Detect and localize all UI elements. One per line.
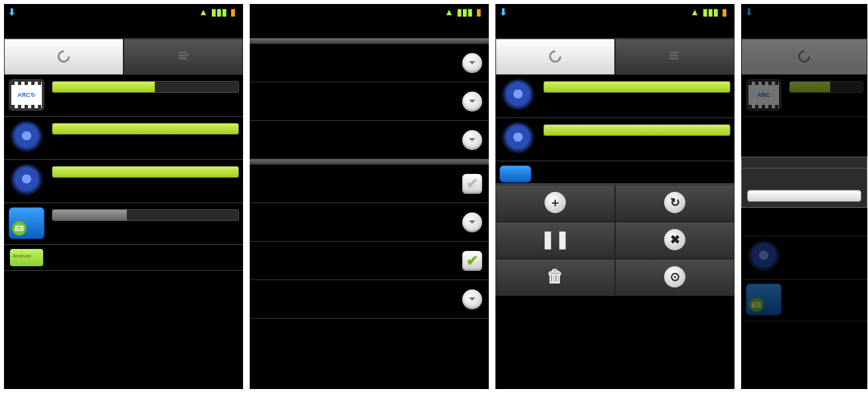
battery-icon: ▮ <box>476 7 481 17</box>
tab-queue[interactable] <box>495 39 615 75</box>
dialog-message <box>742 169 867 185</box>
app-title <box>495 20 735 39</box>
download-item[interactable] <box>4 117 243 160</box>
progress-bar <box>52 81 239 93</box>
audio-file-icon <box>10 164 43 197</box>
progress-text <box>544 125 730 135</box>
download-item-partial <box>495 161 735 184</box>
setting-download-mode[interactable] <box>250 203 489 242</box>
setting-max-connections[interactable] <box>250 82 489 121</box>
menu-pause-all[interactable]: ❚❚ <box>495 222 615 259</box>
dropdown-icon[interactable] <box>462 53 482 73</box>
screenshot-1-queue: ⬇ ▲ ▮▮▮ ▮ ARC↻ <box>4 4 243 389</box>
download-item[interactable] <box>4 160 243 203</box>
status-bar: ⬇ ▲ ▮▮▮ ▮ <box>495 4 735 20</box>
menu-remove-all[interactable]: 🗑 <box>495 259 615 296</box>
battery-icon: ▮ <box>722 7 727 17</box>
download-item[interactable] <box>495 118 735 161</box>
signal-icon: ▮▮▮ <box>457 7 473 17</box>
tab-bar <box>4 39 243 75</box>
download-item[interactable]: ARC↻ <box>4 75 243 117</box>
app-title <box>4 20 243 39</box>
screenshot-2-settings: ▲ ▮▮▮ ▮ <box>250 4 489 389</box>
tab-queue[interactable] <box>4 39 124 75</box>
wifi-icon: ▲ <box>199 7 208 17</box>
wifi-icon: ▲ <box>444 7 454 17</box>
screenshot-3-menu: ⬇ ▲ ▮▮▮ ▮ <box>495 4 735 389</box>
section-header <box>250 159 489 165</box>
setting-confirm-exit[interactable] <box>250 280 489 319</box>
audio-file-icon <box>10 121 43 154</box>
audio-file-icon <box>501 79 535 112</box>
download-indicator-icon: ⬇ <box>499 7 507 17</box>
download-list: ARC↻ <box>4 75 243 389</box>
checkbox-icon[interactable] <box>462 174 482 194</box>
apk-file-icon <box>10 249 43 266</box>
options-menu: ＋ ↻ ❚❚ ✖ 🗑 ⊙ <box>495 184 735 296</box>
progress-text <box>52 123 238 134</box>
download-list <box>495 75 735 184</box>
setting-buffer-size[interactable] <box>250 121 489 159</box>
download-indicator-icon: ⬇ <box>8 7 16 17</box>
cancel-icon: ✖ <box>664 229 685 250</box>
dropdown-icon[interactable] <box>462 130 482 150</box>
progress-bar <box>52 209 239 221</box>
setting-background[interactable] <box>250 242 489 280</box>
menu-more[interactable]: ⊙ <box>615 259 735 296</box>
menu-cancel-all[interactable]: ✖ <box>615 222 735 259</box>
dialog-title <box>742 157 867 169</box>
archive-file-icon <box>499 165 531 183</box>
plus-icon: ＋ <box>545 192 566 213</box>
progress-bar <box>52 123 239 135</box>
status-bar: ▲ ▮▮▮ ▮ <box>250 4 489 20</box>
tab-history[interactable] <box>124 39 243 75</box>
archive-file-icon: ES <box>9 207 44 239</box>
yes-exit-button[interactable] <box>747 190 861 202</box>
progress-text <box>52 82 238 92</box>
battery-icon: ▮ <box>230 7 236 17</box>
dropdown-icon[interactable] <box>462 212 482 232</box>
setting-max-downloads[interactable] <box>250 44 489 82</box>
menu-add-download[interactable]: ＋ <box>495 185 615 222</box>
signal-icon: ▮▮▮ <box>211 7 227 17</box>
section-header <box>250 39 489 44</box>
checkbox-icon[interactable] <box>462 251 482 271</box>
video-file-icon: ARC↻ <box>9 79 44 111</box>
progress-text <box>544 82 730 92</box>
dropdown-icon[interactable] <box>462 92 482 112</box>
dropdown-icon[interactable] <box>462 289 482 309</box>
queue-icon <box>56 49 71 64</box>
queue-icon <box>548 49 563 64</box>
history-icon <box>667 49 682 64</box>
more-icon: ⊙ <box>664 266 685 287</box>
wifi-icon: ▲ <box>690 7 699 17</box>
app-title <box>250 20 489 39</box>
progress-bar <box>543 124 731 136</box>
exit-dialog <box>741 157 867 208</box>
download-item[interactable] <box>4 245 243 271</box>
progress-text <box>52 210 238 220</box>
audio-file-icon <box>501 122 535 155</box>
menu-start-resume[interactable]: ↻ <box>615 185 735 222</box>
setting-prompt-save-dir[interactable] <box>250 165 489 203</box>
tab-bar <box>495 39 735 75</box>
progress-bar <box>543 81 731 93</box>
tab-history[interactable] <box>615 39 735 75</box>
refresh-icon: ↻ <box>664 192 685 213</box>
status-bar: ⬇ ▲ ▮▮▮ ▮ <box>4 4 243 20</box>
trash-icon: 🗑 <box>547 266 564 287</box>
progress-bar <box>52 166 239 178</box>
progress-text <box>52 167 238 177</box>
screenshot-4-exit-dialog: ⬇ ARC <box>741 4 867 389</box>
signal-icon: ▮▮▮ <box>703 7 719 17</box>
pause-icon: ❚❚ <box>541 229 570 250</box>
history-icon <box>176 49 191 64</box>
download-item[interactable] <box>495 75 735 118</box>
download-item[interactable]: ES <box>4 203 243 245</box>
